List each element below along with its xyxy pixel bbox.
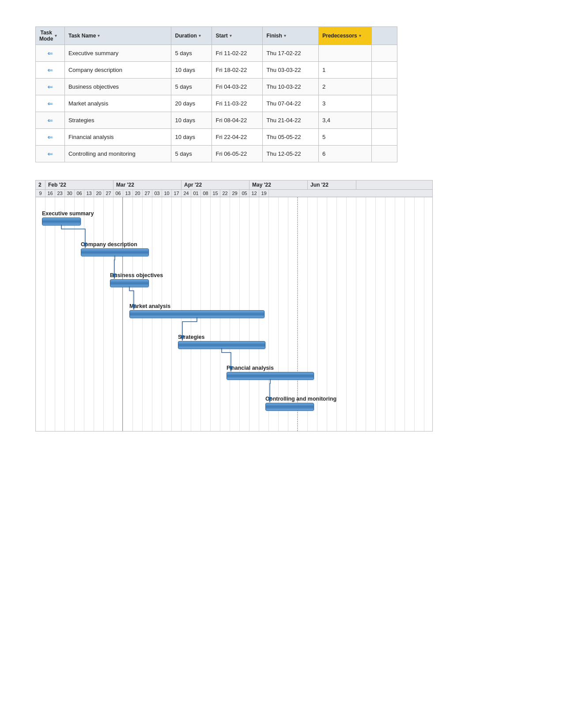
task-mode-cell: ⇒ xyxy=(36,95,65,112)
task-mode-label: TaskMode xyxy=(39,30,53,42)
gantt-day-cell: 30 xyxy=(65,190,75,197)
table-row: ⇒ Business objectives 5 days Fri 04-03-2… xyxy=(36,79,397,95)
col-header-finish[interactable]: Finish ▾ xyxy=(263,27,319,45)
predecessors-cell: 1 xyxy=(319,62,372,79)
gantt-day-cell: 03 xyxy=(152,190,162,197)
predecessors-cell: 6 xyxy=(319,146,372,162)
table-row: ⇒ Financial analysis 10 days Fri 22-04-2… xyxy=(36,129,397,146)
table-row: ⇒ Company description 10 days Fri 18-02-… xyxy=(36,62,397,79)
col-header-predecessors[interactable]: Predecessors ▾ xyxy=(319,27,372,45)
task-bar-group: Company description xyxy=(81,241,149,256)
duration-label: Duration xyxy=(175,33,196,39)
gantt-month-cell: Jun '22 xyxy=(308,180,356,189)
gantt-month-cell: 2 xyxy=(36,180,45,189)
gantt-month-cell: May '22 xyxy=(249,180,308,189)
gantt-day-cell: 17 xyxy=(172,190,181,197)
task-bar-rect xyxy=(227,372,314,380)
table-row: ⇒ Strategies 10 days Fri 08-04-22 Thu 21… xyxy=(36,112,397,129)
task-name-cell: Business objectives xyxy=(64,79,171,95)
task-bar-group: Business objectives xyxy=(110,272,163,287)
task-name-cell: Financial analysis xyxy=(64,129,171,146)
gantt-day-cell: 22 xyxy=(220,190,230,197)
task-bar-rect xyxy=(81,248,149,256)
today-line xyxy=(122,197,123,431)
table-row: ⇒ Market analysis 20 days Fri 11-03-22 T… xyxy=(36,95,397,112)
extra-cell xyxy=(372,62,397,79)
gantt-month-cell: Apr '22 xyxy=(181,180,249,189)
finish-cell: Thu 21-04-22 xyxy=(263,112,319,129)
task-bar-label: Business objectives xyxy=(110,272,163,278)
gantt-day-cell: 01 xyxy=(191,190,201,197)
duration-cell: 10 days xyxy=(171,129,212,146)
predecessors-label: Predecessors xyxy=(322,33,357,39)
task-mode-cell: ⇒ xyxy=(36,62,65,79)
gantt-day-cell: 06 xyxy=(75,190,84,197)
task-bar-group: Controlling and monitoring xyxy=(265,396,336,411)
extra-cell xyxy=(372,95,397,112)
finish-label: Finish xyxy=(266,33,282,39)
col-header-start[interactable]: Start ▾ xyxy=(212,27,263,45)
gantt-day-cell: 13 xyxy=(123,190,133,197)
gantt-day-cell: 9 xyxy=(36,190,45,197)
duration-cell: 10 days xyxy=(171,112,212,129)
gantt-day-cell: 16 xyxy=(45,190,55,197)
gantt-month-cell: Mar '22 xyxy=(113,180,181,189)
task-name-dropdown-icon[interactable]: ▾ xyxy=(98,34,100,38)
task-mode-icon: ⇒ xyxy=(47,133,53,141)
gantt-day-header: 9162330061320270613202703101724010815222… xyxy=(36,190,432,197)
col-header-task-name[interactable]: Task Name ▾ xyxy=(64,27,171,45)
start-dropdown-icon[interactable]: ▾ xyxy=(230,34,232,38)
predecessors-cell: 3 xyxy=(319,95,372,112)
task-bar-label: Financial analysis xyxy=(227,365,274,371)
predecessors-dropdown-icon[interactable]: ▾ xyxy=(359,34,361,38)
gantt-day-cell: 29 xyxy=(230,190,240,197)
task-mode-icon: ⇒ xyxy=(47,66,53,74)
task-bar-group: Market analysis xyxy=(129,303,264,318)
gantt-day-cell: 12 xyxy=(249,190,259,197)
gantt-month-header: 2Feb '22Mar '22Apr '22May '22Jun '22 xyxy=(36,180,432,190)
task-mode-cell: ⇒ xyxy=(36,79,65,95)
duration-cell: 5 days xyxy=(171,146,212,162)
task-mode-icon: ⇒ xyxy=(47,83,53,91)
gantt-day-cell: 20 xyxy=(94,190,104,197)
start-cell: Fri 22-04-22 xyxy=(212,129,263,146)
extra-cell xyxy=(372,146,397,162)
finish-cell: Thu 07-04-22 xyxy=(263,95,319,112)
task-mode-cell: ⇒ xyxy=(36,146,65,162)
gantt-day-cell: 27 xyxy=(143,190,152,197)
gantt-day-cell: 10 xyxy=(162,190,172,197)
col-header-duration[interactable]: Duration ▾ xyxy=(171,27,212,45)
table-row: ⇒ Controlling and monitoring 5 days Fri … xyxy=(36,146,397,162)
start-cell: Fri 08-04-22 xyxy=(212,112,263,129)
start-cell: Fri 11-02-22 xyxy=(212,45,263,62)
duration-cell: 5 days xyxy=(171,79,212,95)
task-mode-cell: ⇒ xyxy=(36,129,65,146)
gantt-body: Executive summaryCompany descriptionBusi… xyxy=(36,197,432,431)
finish-cell: Thu 12-05-22 xyxy=(263,146,319,162)
gantt-day-cell: 20 xyxy=(133,190,143,197)
col-header-extra xyxy=(372,27,397,45)
task-name-cell: Controlling and monitoring xyxy=(64,146,171,162)
finish-cell: Thu 10-03-22 xyxy=(263,79,319,95)
task-bar-group: Financial analysis xyxy=(227,365,314,380)
col-header-task-mode[interactable]: TaskMode ▾ xyxy=(36,27,65,45)
task-bar-label: Strategies xyxy=(178,334,204,340)
extra-cell xyxy=(372,45,397,62)
task-bar-rect xyxy=(110,279,149,287)
finish-dropdown-icon[interactable]: ▾ xyxy=(284,34,286,38)
finish-cell: Thu 03-03-22 xyxy=(263,62,319,79)
table-header-row: TaskMode ▾ Task Name ▾ Duration ▾ Start xyxy=(36,27,397,45)
start-cell: Fri 18-02-22 xyxy=(212,62,263,79)
gantt-day-cell: 24 xyxy=(181,190,191,197)
finish-cell: Thu 17-02-22 xyxy=(263,45,319,62)
gantt-day-cell: 13 xyxy=(84,190,94,197)
task-name-cell: Company description xyxy=(64,62,171,79)
start-cell: Fri 11-03-22 xyxy=(212,95,263,112)
finish-cell: Thu 05-05-22 xyxy=(263,129,319,146)
task-name-cell: Market analysis xyxy=(64,95,171,112)
duration-dropdown-icon[interactable]: ▾ xyxy=(199,34,201,38)
task-mode-dropdown-icon[interactable]: ▾ xyxy=(55,34,57,38)
table-body: ⇒ Executive summary 5 days Fri 11-02-22 … xyxy=(36,45,397,162)
start-label: Start xyxy=(215,33,227,39)
start-cell: Fri 06-05-22 xyxy=(212,146,263,162)
